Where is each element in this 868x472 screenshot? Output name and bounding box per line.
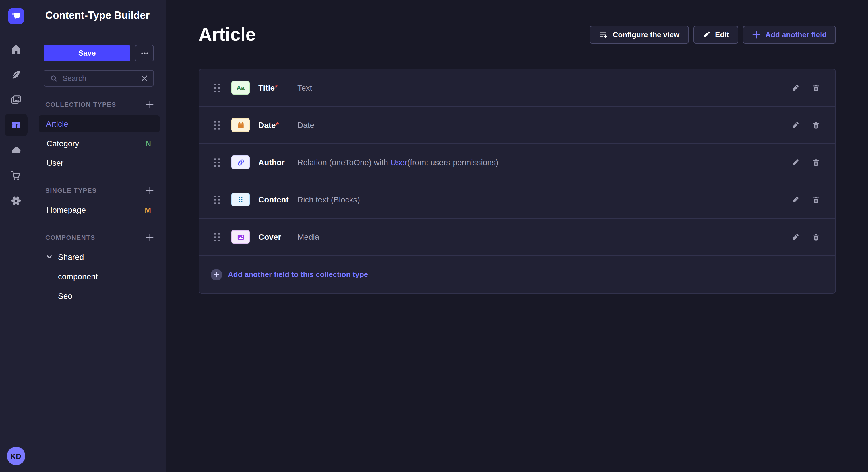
nav-marketplace[interactable] [4, 164, 27, 187]
item-label: Homepage [46, 205, 86, 214]
edit-button[interactable]: Edit [693, 26, 738, 43]
fields-table: Aa Title* Text Date* [198, 69, 836, 294]
nav-media-library[interactable] [4, 88, 27, 111]
relation-field-icon [231, 156, 250, 169]
field-row-author: Author Relation (oneToOne) with User(fro… [199, 144, 835, 181]
search-input[interactable] [63, 74, 136, 82]
more-actions-button[interactable] [135, 45, 154, 61]
sidebar-item-user[interactable]: User [32, 153, 166, 173]
main-content: Article Configure the view Edit [166, 0, 868, 472]
group-label: Shared [58, 252, 84, 262]
field-name: Author [258, 158, 298, 167]
sidebar-item-article[interactable]: Article [39, 115, 160, 133]
gear-icon [10, 195, 22, 206]
avatar[interactable]: KD [7, 447, 25, 465]
sidebar-item-seo[interactable]: Seo [32, 286, 166, 306]
drag-handle-icon[interactable] [214, 195, 220, 204]
single-types-list: Homepage M [32, 200, 166, 220]
field-name: Title* [258, 83, 298, 92]
row-actions [791, 195, 820, 204]
field-type: Media [298, 232, 319, 241]
delete-field-button[interactable] [812, 158, 820, 167]
configure-view-button[interactable]: Configure the view [590, 26, 689, 43]
field-type: Relation (oneToOne) with User(from: user… [298, 158, 498, 167]
rail-nav [0, 32, 32, 447]
row-actions [791, 233, 820, 241]
item-label: Article [46, 119, 68, 129]
trash-icon [812, 83, 820, 92]
section-label: COMPONENTS [45, 234, 95, 241]
search-box [43, 70, 154, 87]
drag-handle-icon[interactable] [214, 121, 220, 129]
item-label: component [58, 272, 98, 281]
main-nav-rail: KD [0, 0, 32, 472]
sidebar-item-component[interactable]: component [32, 267, 166, 286]
section-collection-types: COLLECTION TYPES [32, 100, 166, 108]
add-another-field-button[interactable]: Add another field [743, 26, 836, 43]
list-plus-icon [599, 30, 608, 39]
trash-icon [812, 121, 820, 129]
save-button[interactable]: Save [43, 45, 130, 61]
media-library-icon [10, 94, 22, 105]
status-badge: M [145, 206, 151, 214]
pencil-icon [791, 121, 800, 129]
delete-field-button[interactable] [812, 121, 820, 129]
trash-icon [812, 195, 820, 204]
drag-handle-icon[interactable] [214, 233, 220, 241]
feather-icon [10, 69, 22, 80]
section-label: SINGLE TYPES [45, 187, 97, 194]
collection-types-list: Article Category N User [32, 114, 166, 173]
nav-content-manager[interactable] [4, 63, 27, 86]
nav-content-type-builder[interactable] [4, 113, 27, 136]
edit-field-button[interactable] [791, 158, 800, 167]
strapi-logo-icon[interactable] [8, 8, 24, 24]
content-type-builder-icon [10, 119, 22, 131]
field-row-title: Aa Title* Text [199, 69, 835, 107]
delete-field-button[interactable] [812, 195, 820, 204]
edit-field-button[interactable] [791, 195, 800, 204]
field-name: Cover [258, 232, 298, 241]
nav-settings[interactable] [4, 189, 27, 212]
plus-icon [146, 100, 154, 108]
media-field-icon [231, 230, 250, 244]
plugin-title: Content-Type Builder [45, 10, 150, 22]
plus-icon [146, 233, 154, 241]
add-component-button[interactable] [146, 233, 154, 241]
edit-field-button[interactable] [791, 121, 800, 129]
nav-deploy[interactable] [4, 139, 27, 162]
delete-field-button[interactable] [812, 83, 820, 92]
button-label: Edit [715, 30, 729, 39]
field-row-content: Content Rich text (Blocks) [199, 181, 835, 218]
delete-field-button[interactable] [812, 233, 820, 241]
add-field-row[interactable]: Add another field to this collection typ… [199, 256, 835, 293]
field-type: Rich text (Blocks) [298, 195, 360, 204]
field-row-cover: Cover Media [199, 218, 835, 256]
sidebar-header: Content-Type Builder [32, 0, 166, 32]
button-label: Configure the view [613, 30, 680, 39]
field-row-date: Date* Date [199, 107, 835, 144]
nav-home[interactable] [4, 38, 27, 61]
home-icon [10, 43, 22, 55]
row-actions [791, 121, 820, 129]
edit-field-button[interactable] [791, 83, 800, 92]
button-label: Add another field [765, 30, 827, 39]
drag-handle-icon[interactable] [214, 83, 220, 92]
cart-icon [10, 170, 22, 181]
date-field-icon [231, 118, 250, 132]
add-field-label: Add another field to this collection typ… [228, 270, 368, 279]
add-collection-type-button[interactable] [146, 100, 154, 108]
text-field-icon: Aa [231, 81, 250, 95]
sidebar-item-category[interactable]: Category N [32, 134, 166, 153]
drag-handle-icon[interactable] [214, 158, 220, 167]
item-label: Category [46, 139, 79, 148]
sidebar-item-homepage[interactable]: Homepage M [32, 200, 166, 220]
item-label: User [46, 158, 63, 167]
edit-field-button[interactable] [791, 233, 800, 241]
main-header: Article Configure the view Edit [198, 23, 836, 46]
sidebar-actions: Save [32, 32, 166, 61]
add-single-type-button[interactable] [146, 187, 154, 194]
component-group-shared[interactable]: Shared [32, 247, 166, 267]
clear-search-icon[interactable] [141, 75, 148, 81]
item-label: Seo [58, 291, 72, 301]
relation-target-link[interactable]: User [391, 158, 407, 167]
